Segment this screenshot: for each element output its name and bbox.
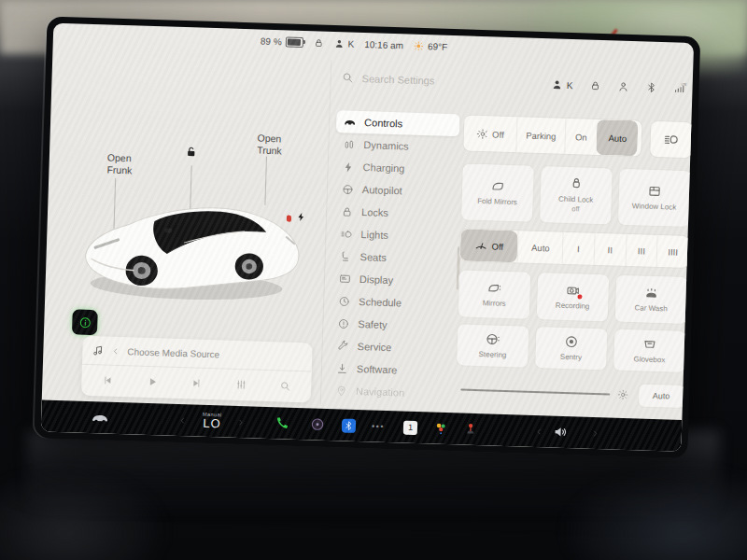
card-label: Window Lock [632, 202, 677, 212]
recording-button[interactable]: Recording [536, 272, 611, 322]
people-app-button[interactable] [432, 413, 448, 444]
brightness-sun-icon [617, 389, 628, 400]
volume-down-chevron[interactable] [533, 415, 543, 447]
car-wash-button[interactable]: Car Wash [614, 274, 689, 325]
lights-option-off[interactable]: Off [463, 115, 516, 152]
car-status-button[interactable] [88, 401, 113, 434]
segment-label: Auto [531, 242, 550, 253]
more-apps-button[interactable]: ••• [371, 411, 385, 442]
outside-temperature[interactable]: 69°F [414, 41, 448, 52]
brightness-auto-button[interactable]: Auto [638, 383, 685, 409]
wrench-icon [337, 340, 349, 352]
fold-mirrors-button[interactable]: Fold Mirrors [460, 162, 535, 222]
climate-temperature-control[interactable]: Manual LO [192, 404, 233, 437]
glovebox-button[interactable]: Glovebox [613, 329, 686, 373]
lock-icon[interactable] [314, 37, 324, 48]
status-bar: 89 % K 10:16 am 69°F [261, 36, 448, 52]
card-label: Sentry [560, 353, 582, 362]
search-settings-field[interactable]: Search Settings [342, 71, 435, 86]
auto-high-beam-button[interactable] [649, 120, 693, 159]
car-interior-scene: 89 % K 10:16 am 69°F Open Frunk [0, 0, 747, 560]
wiper-option-i[interactable]: I [562, 232, 595, 265]
charge-port-icon[interactable] [296, 212, 306, 222]
settings-panel: Search Settings K LTE ControlsDynamicsCh… [322, 56, 694, 420]
card-label: Glovebox [633, 355, 665, 365]
sidebar-item-label: Lights [360, 229, 388, 241]
lightning-icon [343, 161, 355, 173]
lights-option-parking[interactable]: Parking [515, 117, 565, 154]
phone-app-button[interactable] [275, 407, 290, 439]
calendar-app-button[interactable]: 1 [402, 412, 417, 443]
sidebar-item-label: Dynamics [363, 139, 409, 152]
brightness-track[interactable] [460, 388, 610, 395]
chevron-left-icon [534, 427, 543, 435]
arcade-app-button[interactable] [462, 413, 478, 445]
status-icons: K LTE [552, 77, 687, 95]
segment-label: Off [491, 241, 503, 251]
sidebar-item-label: Safety [358, 318, 388, 330]
temp-up-chevron[interactable] [235, 406, 246, 438]
segment-label: I [577, 244, 580, 254]
driver-profile-button[interactable]: K [333, 38, 354, 49]
child-lock-button[interactable]: Child Lockoff [539, 165, 613, 225]
card-label: Recording [556, 301, 590, 312]
padlock-icon [341, 205, 353, 217]
previous-track-button[interactable] [102, 374, 113, 385]
volume-button[interactable] [552, 416, 568, 448]
wiper-option-ii[interactable]: II [593, 233, 626, 266]
media-app-button[interactable] [310, 408, 326, 440]
passenger-icon[interactable] [617, 81, 628, 92]
mirrors-button[interactable]: Mirrors [458, 269, 532, 319]
recording-dot [577, 295, 582, 300]
next-track-button[interactable] [190, 377, 202, 388]
play-button[interactable] [147, 376, 158, 387]
vehicle-visualization-panel: Open Frunk Open Trunk [42, 48, 333, 409]
lights-option-auto[interactable]: Auto [596, 119, 638, 156]
chevron-right-icon [590, 428, 599, 437]
lte-signal-icon[interactable]: LTE [673, 81, 686, 94]
segment-label: Parking [526, 130, 557, 141]
sidebar-item-navigation[interactable]: Navigation [328, 379, 452, 405]
childlock-icon [569, 176, 584, 191]
sidebar-item-label: Navigation [356, 385, 404, 399]
temperature-value: 69°F [428, 41, 448, 52]
sentry-button[interactable]: Sentry [534, 326, 608, 371]
unlock-icon[interactable] [184, 145, 198, 159]
cards-row-1: Fold MirrorsChild LockoffWindow Lock [460, 162, 692, 228]
sidebar-item-label: Controls [364, 117, 402, 129]
volume-up-chevron[interactable] [589, 417, 599, 449]
wiper-option-iiii[interactable]: IIII [656, 235, 689, 268]
temp-down-chevron[interactable] [177, 404, 188, 436]
seat-shadow [560, 467, 747, 560]
info-button[interactable] [72, 309, 98, 335]
lock-icon[interactable] [589, 80, 600, 91]
pedals-icon [343, 138, 355, 150]
segment-label: II [607, 245, 613, 255]
person-icon [333, 38, 344, 49]
media-source-label[interactable]: Choose Media Source [127, 346, 219, 359]
lights-option-on[interactable]: On [564, 119, 597, 155]
bluetooth-app-button[interactable] [341, 410, 356, 441]
wiper-option-off[interactable]: Off [460, 229, 519, 262]
profile-button[interactable]: K [552, 78, 573, 91]
wiper-option-auto[interactable]: Auto [517, 231, 563, 263]
steering-button[interactable]: Steering [456, 323, 529, 368]
window-lock-button[interactable]: Window Lock [617, 168, 692, 228]
bluetooth-icon[interactable] [645, 82, 656, 93]
open-trunk-button[interactable]: Open Trunk [257, 133, 295, 158]
sidebar-item-label: Service [358, 341, 392, 353]
search-icon [342, 71, 354, 83]
brightness-slider[interactable] [455, 384, 628, 400]
car-icon [92, 409, 109, 427]
glovebox-icon [642, 337, 657, 352]
mirroradj-icon [486, 281, 501, 296]
equalizer-button[interactable] [235, 379, 247, 390]
profile-initial: K [347, 39, 354, 49]
card-label: Steering [478, 350, 506, 360]
media-search-button[interactable] [279, 380, 290, 391]
segment-label: III [638, 245, 645, 256]
tesla-model-3-render[interactable] [71, 171, 310, 311]
sidebar-item-label: Seats [360, 251, 388, 263]
chevron-left-icon[interactable] [111, 346, 120, 355]
wiper-option-iii[interactable]: III [625, 234, 657, 267]
